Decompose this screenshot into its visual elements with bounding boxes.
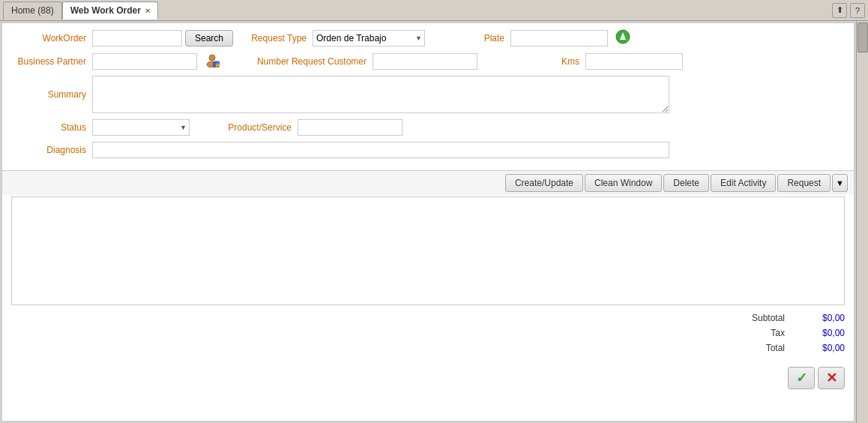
detail-area bbox=[11, 196, 845, 305]
request-button[interactable]: Request bbox=[777, 174, 831, 192]
svg-text:🔒: 🔒 bbox=[214, 62, 220, 68]
tax-value: $0,00 bbox=[785, 328, 845, 338]
label-plate: Plate bbox=[474, 33, 504, 44]
search-button[interactable]: Search bbox=[185, 30, 233, 46]
status-select[interactable] bbox=[92, 119, 190, 136]
kms-input[interactable] bbox=[585, 53, 683, 70]
label-number-request-customer: Number Request Customer bbox=[254, 56, 367, 67]
tab-webworkorder[interactable]: Web Work Order × bbox=[62, 2, 159, 20]
scrollbar[interactable] bbox=[856, 21, 868, 423]
plate-icon bbox=[615, 29, 630, 46]
diagnosis-input[interactable] bbox=[92, 142, 669, 158]
tab-webworkorder-label: Web Work Order bbox=[70, 5, 141, 16]
subtotal-label: Subtotal bbox=[725, 313, 785, 323]
plate-input[interactable] bbox=[510, 30, 608, 46]
totals-area: Subtotal $0,00 Tax $0,00 Total $0,00 bbox=[2, 307, 854, 364]
status-wrapper bbox=[92, 119, 190, 136]
main-content: WorkOrder Search Request Type Orden de T… bbox=[0, 21, 868, 423]
request-type-wrapper: Orden de Trabajo bbox=[313, 30, 425, 46]
confirm-button[interactable]: ✓ bbox=[788, 367, 815, 389]
label-status: Status bbox=[11, 122, 86, 133]
cancel-button[interactable]: ✕ bbox=[818, 367, 845, 389]
label-summary: Summary bbox=[11, 89, 86, 100]
subtotal-row: Subtotal $0,00 bbox=[11, 313, 845, 323]
row-business-partner: Business Partner 🔒 Number Request Custom… bbox=[11, 52, 845, 70]
label-kms: Kms bbox=[549, 56, 579, 67]
row-diagnosis: Diagnosis bbox=[11, 142, 845, 158]
label-product-service: Product/Service bbox=[217, 122, 292, 133]
create-update-button[interactable]: Create/Update bbox=[505, 174, 583, 192]
button-bar: Create/Update Clean Window Delete Edit A… bbox=[2, 170, 854, 195]
tab-bar: Home (88) Web Work Order × ⬆ ? bbox=[0, 0, 868, 21]
summary-textarea[interactable] bbox=[92, 76, 669, 113]
product-service-input[interactable] bbox=[298, 119, 403, 136]
form-body: WorkOrder Search Request Type Orden de T… bbox=[2, 23, 854, 170]
footer-buttons: ✓ ✕ bbox=[2, 364, 854, 392]
request-type-select[interactable]: Orden de Trabajo bbox=[313, 30, 425, 46]
tab-home[interactable]: Home (88) bbox=[3, 2, 62, 20]
clean-window-button[interactable]: Clean Window bbox=[585, 174, 662, 192]
delete-button[interactable]: Delete bbox=[663, 174, 709, 192]
form-area: WorkOrder Search Request Type Orden de T… bbox=[1, 22, 855, 422]
subtotal-value: $0,00 bbox=[785, 313, 845, 323]
row-workorder: WorkOrder Search Request Type Orden de T… bbox=[11, 29, 845, 46]
label-request-type: Request Type bbox=[239, 33, 307, 44]
tax-label: Tax bbox=[725, 328, 785, 338]
total-value: $0,00 bbox=[785, 343, 845, 353]
tab-home-label: Home (88) bbox=[11, 5, 54, 16]
workorder-input[interactable] bbox=[92, 30, 182, 46]
workorder-field-group: Search bbox=[92, 30, 233, 46]
tax-row: Tax $0,00 bbox=[11, 328, 845, 338]
number-request-customer-input[interactable] bbox=[373, 53, 477, 70]
svg-point-2 bbox=[209, 55, 215, 61]
confirm-icon: ✓ bbox=[796, 370, 807, 386]
edit-activity-button[interactable]: Edit Activity bbox=[711, 174, 776, 192]
total-label: Total bbox=[725, 343, 785, 353]
label-diagnosis: Diagnosis bbox=[11, 145, 86, 155]
collapse-button[interactable]: ⬆ bbox=[832, 3, 847, 18]
row-summary: Summary bbox=[11, 76, 845, 113]
help-button[interactable]: ? bbox=[850, 3, 865, 18]
cancel-icon: ✕ bbox=[826, 370, 837, 386]
label-business-partner: Business Partner bbox=[11, 56, 86, 67]
tab-close-icon[interactable]: × bbox=[145, 6, 150, 15]
tab-actions: ⬆ ? bbox=[832, 3, 865, 18]
partner-icon: 🔒 bbox=[205, 52, 220, 70]
business-partner-input[interactable] bbox=[92, 53, 197, 70]
more-button[interactable]: ▼ bbox=[832, 174, 848, 192]
row-status: Status Product/Service bbox=[11, 119, 845, 136]
label-workorder: WorkOrder bbox=[11, 33, 86, 44]
total-row: Total $0,00 bbox=[11, 343, 845, 353]
